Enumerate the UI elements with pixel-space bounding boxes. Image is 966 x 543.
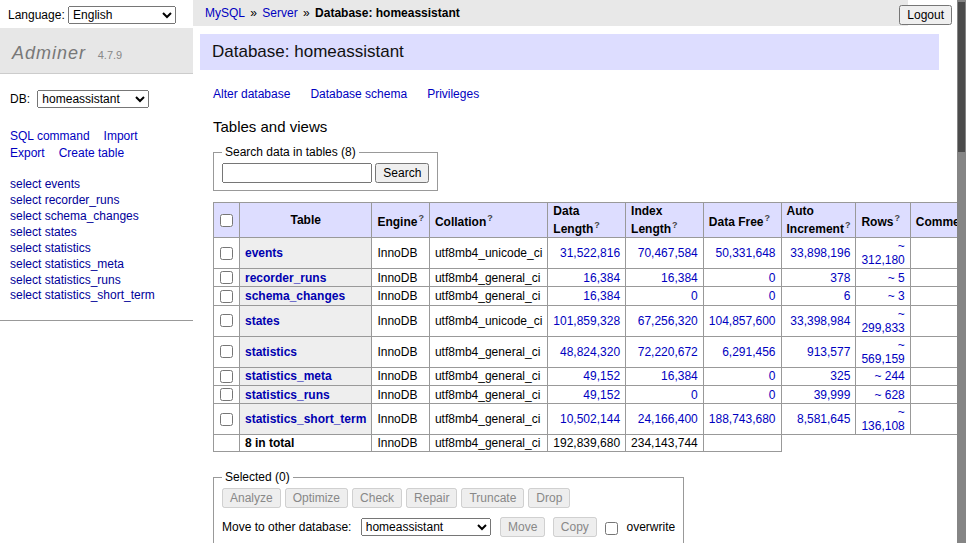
data-free-link[interactable]: 0 xyxy=(769,271,776,285)
sidebar-table-link[interactable]: select recorder_runs xyxy=(10,193,183,209)
auto-increment-link[interactable]: 325 xyxy=(830,369,850,383)
sidebar-table-link[interactable]: select statistics xyxy=(10,241,183,257)
table-name-link[interactable]: events xyxy=(245,246,283,260)
index-length-link[interactable]: 67,256,320 xyxy=(638,314,698,328)
column-help-link[interactable]: ? xyxy=(418,213,424,223)
breadcrumb-link[interactable]: MySQL xyxy=(205,6,245,20)
menu-link[interactable]: SQL command xyxy=(10,128,90,145)
copy-button[interactable]: Copy xyxy=(553,517,597,537)
column-help-link[interactable]: ? xyxy=(487,213,493,223)
data-free-link[interactable]: 50,331,648 xyxy=(715,246,775,260)
collation-cell: utf8mb4_general_ci xyxy=(429,269,547,287)
db-action-link[interactable]: Privileges xyxy=(427,87,479,101)
table-name-link[interactable]: schema_changes xyxy=(245,289,345,303)
row-checkbox[interactable] xyxy=(220,290,233,303)
scrollbar[interactable] xyxy=(957,0,966,543)
data-free-link[interactable]: 0 xyxy=(769,289,776,303)
move-db-select[interactable]: homeassistant xyxy=(361,518,491,536)
data-length-link[interactable]: 48,824,320 xyxy=(560,345,620,359)
data-length-link[interactable]: 16,384 xyxy=(583,271,620,285)
select-all-checkbox[interactable] xyxy=(220,214,233,227)
bulk-optimize-button[interactable]: Optimize xyxy=(285,488,348,508)
bulk-drop-button[interactable]: Drop xyxy=(528,488,570,508)
auto-increment-link[interactable]: 8,581,645 xyxy=(797,412,850,426)
index-length-link[interactable]: 70,467,584 xyxy=(638,246,698,260)
sidebar-table-link[interactable]: select statistics_meta xyxy=(10,257,183,273)
db-select[interactable]: homeassistant xyxy=(37,90,149,108)
rows-link[interactable]: ~ 136,108 xyxy=(861,405,904,433)
bulk-check-button[interactable]: Check xyxy=(352,488,402,508)
sidebar-table-link[interactable]: select statistics_short_term xyxy=(10,288,183,304)
language-select[interactable]: English xyxy=(68,6,176,24)
db-action-link[interactable]: Alter database xyxy=(213,87,290,101)
sidebar-table-link[interactable]: select states xyxy=(10,225,183,241)
table-name-link[interactable]: statistics_meta xyxy=(245,369,332,383)
data-length-link[interactable]: 49,152 xyxy=(583,369,620,383)
data-free-link[interactable]: 188,743,680 xyxy=(709,412,776,426)
move-button[interactable]: Move xyxy=(500,517,545,537)
menu-link[interactable]: Export xyxy=(10,145,45,162)
data-length-link[interactable]: 31,522,816 xyxy=(560,246,620,260)
data-length-link[interactable]: 49,152 xyxy=(583,388,620,402)
row-checkbox[interactable] xyxy=(220,370,233,383)
rows-link[interactable]: ~ 312,180 xyxy=(861,239,904,267)
auto-increment-link[interactable]: 913,577 xyxy=(807,345,850,359)
auto-increment-link[interactable]: 39,999 xyxy=(814,388,851,402)
auto-increment-link[interactable]: 378 xyxy=(830,271,850,285)
table-name-link[interactable]: statistics_runs xyxy=(245,388,330,402)
data-free-link[interactable]: 0 xyxy=(769,388,776,402)
table-name-link[interactable]: statistics xyxy=(245,345,297,359)
index-length-link[interactable]: 24,166,400 xyxy=(638,412,698,426)
index-length-link[interactable]: 72,220,672 xyxy=(638,345,698,359)
column-help-link[interactable]: ? xyxy=(594,220,600,230)
data-free-link[interactable]: 104,857,600 xyxy=(709,314,776,328)
logout-button[interactable]: Logout xyxy=(899,5,952,25)
table-name-link[interactable]: recorder_runs xyxy=(245,271,326,285)
data-length-link[interactable]: 10,502,144 xyxy=(560,412,620,426)
rows-link[interactable]: ~ 628 xyxy=(874,388,904,402)
rows-link[interactable]: ~ 244 xyxy=(874,369,904,383)
bulk-analyze-button[interactable]: Analyze xyxy=(222,488,281,508)
breadcrumb-link[interactable]: Server xyxy=(262,6,297,20)
bulk-truncate-button[interactable]: Truncate xyxy=(461,488,524,508)
rows-link[interactable]: ~ 3 xyxy=(888,289,905,303)
column-help-link[interactable]: ? xyxy=(845,220,851,230)
auto-increment-link[interactable]: 33,898,196 xyxy=(790,246,850,260)
bulk-repair-button[interactable]: Repair xyxy=(406,488,457,508)
column-help-link[interactable]: ? xyxy=(672,220,678,230)
auto-increment-link[interactable]: 33,398,984 xyxy=(790,314,850,328)
row-checkbox[interactable] xyxy=(220,413,233,426)
data-length-link[interactable]: 101,859,328 xyxy=(553,314,620,328)
row-checkbox[interactable] xyxy=(220,345,233,358)
scrollbar-thumb[interactable] xyxy=(958,2,965,152)
data-length-link[interactable]: 16,384 xyxy=(583,289,620,303)
rows-link[interactable]: ~ 299,833 xyxy=(861,307,904,335)
overwrite-checkbox[interactable] xyxy=(605,522,618,535)
row-checkbox[interactable] xyxy=(220,388,233,401)
data-free-link[interactable]: 0 xyxy=(769,369,776,383)
search-button[interactable]: Search xyxy=(375,163,429,183)
table-name-link[interactable]: statistics_short_term xyxy=(245,412,366,426)
index-length-link[interactable]: 16,384 xyxy=(661,369,698,383)
app-version[interactable]: 4.7.9 xyxy=(98,49,122,61)
column-help-link[interactable]: ? xyxy=(894,213,900,223)
row-checkbox[interactable] xyxy=(220,314,233,327)
row-checkbox[interactable] xyxy=(220,271,233,284)
index-length-link[interactable]: 16,384 xyxy=(661,271,698,285)
menu-link[interactable]: Import xyxy=(104,128,138,145)
data-free-link[interactable]: 6,291,456 xyxy=(722,345,775,359)
db-action-link[interactable]: Database schema xyxy=(310,87,407,101)
sidebar-table-link[interactable]: select events xyxy=(10,177,183,193)
row-checkbox[interactable] xyxy=(220,247,233,260)
search-input[interactable] xyxy=(222,163,372,183)
sidebar-table-link[interactable]: select schema_changes xyxy=(10,209,183,225)
index-length-link[interactable]: 0 xyxy=(691,388,698,402)
column-help-link[interactable]: ? xyxy=(765,213,771,223)
sidebar-table-link[interactable]: select statistics_runs xyxy=(10,273,183,289)
index-length-link[interactable]: 0 xyxy=(691,289,698,303)
table-name-link[interactable]: states xyxy=(245,314,280,328)
rows-link[interactable]: ~ 5 xyxy=(888,271,905,285)
menu-link[interactable]: Create table xyxy=(59,145,124,162)
auto-increment-link[interactable]: 6 xyxy=(844,289,851,303)
rows-link[interactable]: ~ 569,159 xyxy=(861,338,904,366)
